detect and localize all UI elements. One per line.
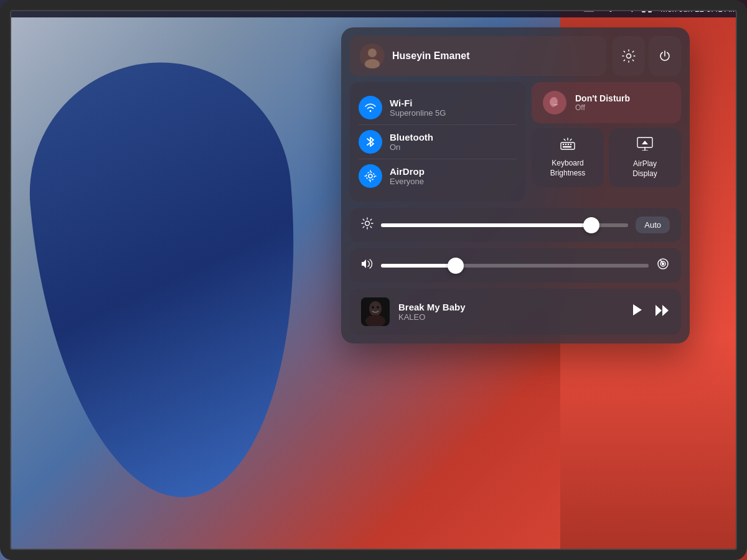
- track-info: Break My Baby KALEO: [398, 302, 621, 322]
- do-not-disturb-info: Don't Disturb Off: [575, 93, 630, 112]
- svg-point-3: [625, 4, 631, 10]
- svg-line-31: [370, 226, 372, 228]
- svg-line-33: [363, 226, 364, 228]
- search-menubar-icon[interactable]: [624, 4, 633, 14]
- brightness-slider-fill: [381, 223, 591, 227]
- airplay-audio-icon[interactable]: [656, 257, 670, 274]
- svg-point-38: [369, 301, 382, 316]
- user-name: Huseyin Emanet: [392, 50, 469, 62]
- svg-rect-6: [648, 4, 652, 7]
- do-not-disturb-label: Don't Disturb: [575, 93, 630, 103]
- airdrop-label: AirDrop: [390, 166, 425, 177]
- svg-point-10: [368, 49, 377, 57]
- svg-marker-42: [633, 304, 642, 315]
- svg-marker-43: [655, 305, 662, 316]
- wifi-icon-circle: [359, 96, 382, 119]
- keyboard-brightness-icon: [560, 138, 576, 154]
- control-center-panel: Huseyin Emanet: [341, 27, 690, 343]
- svg-rect-2: [585, 6, 593, 10]
- svg-point-25: [365, 222, 370, 226]
- do-not-disturb-sublabel: Off: [575, 103, 630, 112]
- airdrop-info: AirDrop Everyone: [390, 166, 425, 186]
- svg-rect-1: [596, 6, 597, 9]
- power-button[interactable]: [649, 36, 681, 76]
- svg-point-40: [372, 306, 374, 309]
- bluetooth-item[interactable]: Bluetooth On: [359, 125, 517, 159]
- svg-marker-44: [662, 305, 669, 316]
- airplay-display-icon: [637, 137, 653, 154]
- brightness-slider-track[interactable]: [381, 223, 628, 227]
- airdrop-icon-circle: [359, 164, 382, 188]
- brightness-slider-card: Auto: [350, 208, 681, 242]
- now-playing-card: Break My Baby KALEO: [350, 289, 681, 335]
- system-buttons: [613, 36, 681, 76]
- user-card[interactable]: Huseyin Emanet: [350, 36, 606, 76]
- wifi-label: Wi-Fi: [390, 98, 446, 108]
- svg-line-30: [363, 219, 364, 220]
- track-artist: KALEO: [398, 312, 621, 322]
- playback-controls: [630, 303, 670, 320]
- keyboard-brightness-tile[interactable]: Keyboard Brightness: [532, 128, 604, 187]
- network-tile: Wi-Fi Superonline 5G Bluetooth On: [350, 82, 525, 202]
- brightness-icon: [361, 217, 374, 233]
- svg-rect-5: [642, 4, 646, 7]
- control-center-menubar-icon[interactable]: [642, 4, 652, 14]
- bg-shape-blue: [19, 52, 317, 508]
- svg-line-32: [370, 219, 372, 220]
- wifi-item[interactable]: Wi-Fi Superonline 5G: [359, 91, 517, 125]
- brightness-slider-thumb[interactable]: [583, 217, 599, 233]
- svg-rect-7: [642, 9, 646, 12]
- do-not-disturb-icon: [543, 91, 566, 114]
- menubar-datetime: Mon Jun 22 9:41 AM: [660, 4, 737, 14]
- small-tiles-row: Keyboard Brightness AirPlay Dis: [532, 128, 681, 187]
- volume-icon: [361, 258, 374, 273]
- auto-button[interactable]: Auto: [636, 217, 670, 233]
- menubar: Mon Jun 22 9:41 AM: [0, 0, 747, 17]
- bluetooth-sublabel: On: [390, 142, 433, 152]
- track-name: Break My Baby: [398, 302, 621, 312]
- airplay-display-tile[interactable]: AirPlay Display: [609, 128, 681, 187]
- wifi-info: Wi-Fi Superonline 5G: [390, 98, 446, 118]
- menubar-status-icons: [583, 4, 652, 14]
- svg-point-12: [627, 54, 631, 58]
- skip-forward-button[interactable]: [655, 304, 670, 320]
- svg-line-23: [570, 139, 571, 141]
- svg-rect-8: [648, 9, 652, 12]
- bluetooth-icon-circle: [359, 130, 382, 154]
- right-tiles: Don't Disturb Off: [532, 82, 681, 202]
- bluetooth-info: Bluetooth On: [390, 132, 433, 152]
- volume-slider-fill: [381, 264, 456, 268]
- airdrop-item[interactable]: AirDrop Everyone: [359, 159, 517, 193]
- svg-point-41: [377, 306, 379, 309]
- battery-icon[interactable]: [583, 4, 597, 14]
- wifi-menubar-icon[interactable]: [606, 4, 616, 14]
- svg-line-4: [630, 9, 632, 12]
- volume-slider-track[interactable]: [381, 264, 649, 268]
- wifi-sublabel: Superonline 5G: [390, 108, 446, 118]
- volume-slider-thumb[interactable]: [448, 258, 464, 274]
- svg-line-22: [564, 139, 565, 141]
- settings-button[interactable]: [613, 36, 645, 76]
- album-art: [361, 297, 390, 326]
- do-not-disturb-tile[interactable]: Don't Disturb Off: [532, 82, 681, 123]
- svg-point-14: [367, 172, 375, 180]
- svg-rect-15: [561, 142, 575, 149]
- svg-point-13: [369, 174, 372, 178]
- keyboard-brightness-label: Keyboard Brightness: [550, 159, 586, 178]
- volume-slider-card: [350, 248, 681, 282]
- control-center-top-row: Huseyin Emanet: [350, 36, 681, 76]
- avatar: [360, 44, 385, 68]
- airplay-display-label: AirPlay Display: [632, 159, 657, 179]
- tiles-row: Wi-Fi Superonline 5G Bluetooth On: [350, 82, 681, 202]
- bluetooth-label: Bluetooth: [390, 132, 433, 142]
- play-button[interactable]: [630, 303, 644, 320]
- airdrop-sublabel: Everyone: [390, 177, 425, 186]
